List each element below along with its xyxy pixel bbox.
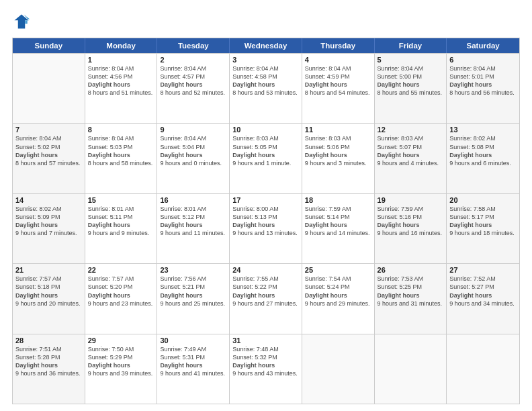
sunrise-text: Sunrise: 8:00 AM: [232, 205, 279, 212]
daylight-label: Daylight hours: [88, 292, 130, 299]
day-info: Sunrise: 8:04 AMSunset: 5:03 PMDaylight …: [88, 134, 154, 167]
calendar-cell: [13, 54, 85, 123]
sunset-text: Sunset: 4:56 PM: [88, 73, 133, 80]
daylight-duration: 9 hours and 34 minutes.: [449, 300, 515, 307]
daylight-label: Daylight hours: [449, 222, 492, 228]
sunrise-text: Sunrise: 8:04 AM: [449, 65, 496, 72]
day-info: Sunrise: 7:48 AMSunset: 5:32 PMDaylight …: [232, 345, 299, 378]
daylight-label: Daylight hours: [305, 152, 347, 158]
weekday-header: Saturday: [447, 38, 519, 53]
daylight-label: Daylight hours: [305, 81, 347, 88]
day-number: 4: [305, 56, 371, 64]
day-number: 18: [305, 196, 371, 204]
sunset-text: Sunset: 5:11 PM: [88, 214, 133, 220]
sunrise-text: Sunrise: 8:04 AM: [88, 135, 134, 142]
page: SundayMondayTuesdayWednesdayThursdayFrid…: [0, 0, 532, 411]
sunset-text: Sunset: 5:07 PM: [378, 144, 423, 150]
daylight-duration: 8 hours and 51 minutes.: [88, 89, 153, 96]
day-info: Sunrise: 7:59 AMSunset: 5:14 PMDaylight …: [305, 205, 371, 238]
calendar-cell: 8Sunrise: 8:04 AMSunset: 5:03 PMDaylight…: [85, 124, 158, 193]
calendar-week: 28Sunrise: 7:51 AMSunset: 5:28 PMDayligh…: [13, 334, 519, 404]
calendar-header: SundayMondayTuesdayWednesdayThursdayFrid…: [13, 38, 519, 53]
sunrise-text: Sunrise: 7:53 AM: [378, 275, 424, 282]
daylight-duration: 9 hours and 1 minute.: [232, 160, 291, 167]
daylight-label: Daylight hours: [160, 362, 202, 369]
day-number: 11: [305, 126, 371, 134]
day-number: 28: [15, 336, 82, 345]
daylight-duration: 9 hours and 43 minutes.: [232, 370, 298, 377]
sunset-text: Sunset: 5:06 PM: [305, 144, 350, 150]
calendar-week: 21Sunrise: 7:57 AMSunset: 5:18 PMDayligh…: [13, 263, 519, 333]
calendar-cell: 15Sunrise: 8:01 AMSunset: 5:11 PMDayligh…: [85, 194, 158, 263]
sunrise-text: Sunrise: 8:03 AM: [305, 135, 351, 142]
day-info: Sunrise: 7:49 AMSunset: 5:31 PMDaylight …: [160, 345, 226, 378]
sunset-text: Sunset: 4:58 PM: [232, 73, 277, 80]
calendar-cell: 11Sunrise: 8:03 AMSunset: 5:06 PMDayligh…: [302, 124, 375, 193]
daylight-duration: 9 hours and 4 minutes.: [378, 160, 439, 167]
calendar-cell: [375, 334, 447, 404]
daylight-duration: 9 hours and 0 minutes.: [160, 160, 222, 167]
day-number: 10: [232, 126, 299, 134]
calendar-cell: 10Sunrise: 8:03 AMSunset: 5:05 PMDayligh…: [230, 124, 302, 193]
daylight-duration: 9 hours and 11 minutes.: [160, 230, 225, 236]
day-info: Sunrise: 7:58 AMSunset: 5:17 PMDaylight …: [449, 205, 517, 238]
sunrise-text: Sunrise: 8:04 AM: [378, 65, 424, 72]
day-number: 15: [88, 196, 154, 204]
daylight-duration: 9 hours and 27 minutes.: [232, 300, 298, 307]
sunset-text: Sunset: 5:12 PM: [160, 214, 205, 220]
calendar-cell: 26Sunrise: 7:53 AMSunset: 5:25 PMDayligh…: [375, 264, 447, 333]
day-number: 14: [15, 196, 82, 204]
day-info: Sunrise: 7:55 AMSunset: 5:22 PMDaylight …: [232, 275, 299, 308]
sunrise-text: Sunrise: 8:04 AM: [160, 135, 206, 142]
sunrise-text: Sunrise: 7:58 AM: [449, 205, 496, 212]
day-number: 6: [449, 56, 517, 64]
daylight-label: Daylight hours: [232, 292, 275, 299]
sunset-text: Sunset: 5:01 PM: [449, 73, 494, 80]
sunrise-text: Sunrise: 7:59 AM: [378, 205, 424, 212]
daylight-label: Daylight hours: [449, 81, 492, 88]
sunset-text: Sunset: 5:09 PM: [15, 214, 60, 220]
daylight-label: Daylight hours: [232, 362, 275, 369]
daylight-label: Daylight hours: [378, 222, 420, 228]
daylight-duration: 9 hours and 13 minutes.: [232, 230, 298, 236]
sunset-text: Sunset: 5:20 PM: [88, 283, 133, 290]
calendar-cell: 31Sunrise: 7:48 AMSunset: 5:32 PMDayligh…: [230, 334, 302, 404]
calendar-cell: 16Sunrise: 8:01 AMSunset: 5:12 PMDayligh…: [157, 194, 230, 263]
weekday-header: Tuesday: [157, 38, 230, 53]
day-info: Sunrise: 8:01 AMSunset: 5:12 PMDaylight …: [160, 205, 226, 238]
sunset-text: Sunset: 4:59 PM: [305, 73, 350, 80]
day-info: Sunrise: 7:50 AMSunset: 5:29 PMDaylight …: [88, 345, 154, 378]
day-number: 12: [378, 126, 444, 134]
daylight-duration: 9 hours and 16 minutes.: [378, 230, 443, 236]
calendar-cell: 3Sunrise: 8:04 AMSunset: 4:58 PMDaylight…: [230, 54, 302, 123]
daylight-label: Daylight hours: [160, 222, 202, 228]
calendar-cell: 19Sunrise: 7:59 AMSunset: 5:16 PMDayligh…: [375, 194, 447, 263]
daylight-label: Daylight hours: [15, 362, 58, 369]
day-info: Sunrise: 7:56 AMSunset: 5:21 PMDaylight …: [160, 275, 226, 308]
day-info: Sunrise: 7:59 AMSunset: 5:16 PMDaylight …: [378, 205, 444, 238]
calendar-cell: 24Sunrise: 7:55 AMSunset: 5:22 PMDayligh…: [230, 264, 302, 333]
weekday-header: Monday: [85, 38, 158, 53]
daylight-label: Daylight hours: [88, 81, 130, 88]
calendar-cell: [302, 334, 375, 404]
day-number: 22: [88, 266, 154, 274]
sunrise-text: Sunrise: 7:57 AM: [88, 275, 134, 282]
day-info: Sunrise: 7:53 AMSunset: 5:25 PMDaylight …: [378, 275, 444, 308]
calendar-cell: 23Sunrise: 7:56 AMSunset: 5:21 PMDayligh…: [157, 264, 230, 333]
day-number: 3: [232, 56, 299, 64]
day-info: Sunrise: 8:03 AMSunset: 5:06 PMDaylight …: [305, 134, 371, 167]
daylight-label: Daylight hours: [378, 81, 420, 88]
sunrise-text: Sunrise: 7:48 AM: [232, 346, 279, 353]
daylight-label: Daylight hours: [88, 152, 130, 158]
calendar-cell: 2Sunrise: 8:04 AMSunset: 4:57 PMDaylight…: [157, 54, 230, 123]
sunset-text: Sunset: 5:02 PM: [15, 144, 60, 150]
day-number: 20: [449, 196, 517, 204]
daylight-label: Daylight hours: [15, 222, 58, 228]
calendar-cell: 9Sunrise: 8:04 AMSunset: 5:04 PMDaylight…: [157, 124, 230, 193]
day-info: Sunrise: 8:04 AMSunset: 4:56 PMDaylight …: [88, 64, 154, 97]
daylight-duration: 9 hours and 9 minutes.: [88, 230, 150, 236]
sunrise-text: Sunrise: 8:04 AM: [88, 65, 134, 72]
header: [12, 12, 520, 31]
calendar-week: 14Sunrise: 8:02 AMSunset: 5:09 PMDayligh…: [13, 193, 519, 263]
sunrise-text: Sunrise: 7:50 AM: [88, 346, 134, 353]
